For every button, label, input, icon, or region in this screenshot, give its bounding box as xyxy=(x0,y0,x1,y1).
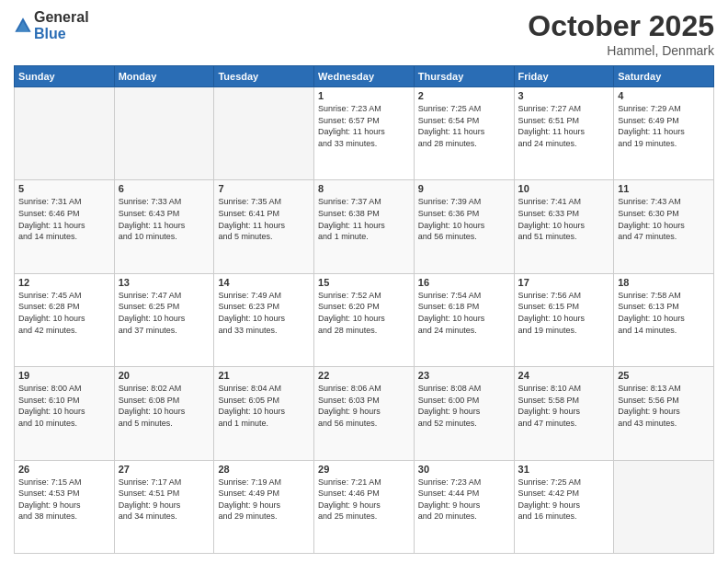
day-info: Sunrise: 7:17 AM Sunset: 4:51 PM Dayligh… xyxy=(119,477,210,523)
calendar-cell: 9Sunrise: 7:39 AM Sunset: 6:36 PM Daylig… xyxy=(414,180,514,273)
day-number: 15 xyxy=(318,277,410,288)
day-number: 29 xyxy=(318,464,410,475)
logo-icon xyxy=(14,17,32,35)
day-number: 6 xyxy=(119,183,210,194)
day-number: 19 xyxy=(18,370,110,381)
day-number: 24 xyxy=(518,370,610,381)
calendar-cell: 7Sunrise: 7:35 AM Sunset: 6:41 PM Daylig… xyxy=(214,180,314,273)
day-number: 8 xyxy=(318,183,410,194)
day-number: 7 xyxy=(218,183,310,194)
calendar-cell xyxy=(214,87,314,180)
calendar-cell: 21Sunrise: 8:04 AM Sunset: 6:05 PM Dayli… xyxy=(214,367,314,460)
calendar-header-sunday: Sunday xyxy=(15,66,115,87)
day-number: 17 xyxy=(518,277,610,288)
calendar-cell: 24Sunrise: 8:10 AM Sunset: 5:58 PM Dayli… xyxy=(514,367,614,460)
calendar-cell xyxy=(114,87,214,180)
day-info: Sunrise: 7:25 AM Sunset: 6:54 PM Dayligh… xyxy=(418,103,510,149)
calendar-cell: 4Sunrise: 7:29 AM Sunset: 6:49 PM Daylig… xyxy=(614,87,714,180)
day-number: 16 xyxy=(418,277,510,288)
day-number: 10 xyxy=(518,183,610,194)
day-info: Sunrise: 7:31 AM Sunset: 6:46 PM Dayligh… xyxy=(18,196,110,242)
day-number: 14 xyxy=(218,277,310,288)
day-info: Sunrise: 7:39 AM Sunset: 6:36 PM Dayligh… xyxy=(418,196,510,242)
calendar-cell: 2Sunrise: 7:25 AM Sunset: 6:54 PM Daylig… xyxy=(414,87,514,180)
day-info: Sunrise: 8:13 AM Sunset: 5:56 PM Dayligh… xyxy=(618,383,710,429)
day-info: Sunrise: 8:02 AM Sunset: 6:08 PM Dayligh… xyxy=(119,383,210,429)
day-info: Sunrise: 8:00 AM Sunset: 6:10 PM Dayligh… xyxy=(18,383,110,429)
day-info: Sunrise: 7:52 AM Sunset: 6:20 PM Dayligh… xyxy=(318,290,410,336)
day-info: Sunrise: 7:49 AM Sunset: 6:23 PM Dayligh… xyxy=(218,290,310,336)
day-number: 18 xyxy=(618,277,710,288)
calendar-cell: 14Sunrise: 7:49 AM Sunset: 6:23 PM Dayli… xyxy=(214,273,314,366)
header: General Blue October 2025 Hammel, Denmar… xyxy=(14,9,714,58)
logo: General Blue xyxy=(14,9,89,41)
day-info: Sunrise: 7:41 AM Sunset: 6:33 PM Dayligh… xyxy=(518,196,610,242)
day-info: Sunrise: 7:33 AM Sunset: 6:43 PM Dayligh… xyxy=(119,196,210,242)
day-number: 28 xyxy=(218,464,310,475)
calendar-cell: 10Sunrise: 7:41 AM Sunset: 6:33 PM Dayli… xyxy=(514,180,614,273)
calendar-cell: 28Sunrise: 7:19 AM Sunset: 4:49 PM Dayli… xyxy=(214,460,314,553)
calendar-cell: 15Sunrise: 7:52 AM Sunset: 6:20 PM Dayli… xyxy=(314,273,415,366)
day-number: 26 xyxy=(18,464,110,475)
day-number: 9 xyxy=(418,183,510,194)
calendar-cell: 26Sunrise: 7:15 AM Sunset: 4:53 PM Dayli… xyxy=(15,460,115,553)
day-number: 11 xyxy=(618,183,710,194)
day-number: 22 xyxy=(318,370,410,381)
day-number: 2 xyxy=(418,90,510,101)
day-info: Sunrise: 7:15 AM Sunset: 4:53 PM Dayligh… xyxy=(18,477,110,523)
calendar-cell: 11Sunrise: 7:43 AM Sunset: 6:30 PM Dayli… xyxy=(614,180,714,273)
day-info: Sunrise: 8:10 AM Sunset: 5:58 PM Dayligh… xyxy=(518,383,610,429)
calendar-week-5: 26Sunrise: 7:15 AM Sunset: 4:53 PM Dayli… xyxy=(15,460,714,553)
day-number: 12 xyxy=(18,277,110,288)
title-area: October 2025 Hammel, Denmark xyxy=(528,9,714,58)
calendar-cell: 31Sunrise: 7:25 AM Sunset: 4:42 PM Dayli… xyxy=(514,460,614,553)
page: General Blue October 2025 Hammel, Denmar… xyxy=(0,0,728,563)
day-info: Sunrise: 8:06 AM Sunset: 6:03 PM Dayligh… xyxy=(318,383,410,429)
day-info: Sunrise: 7:54 AM Sunset: 6:18 PM Dayligh… xyxy=(418,290,510,336)
day-number: 1 xyxy=(318,90,410,101)
calendar-cell: 23Sunrise: 8:08 AM Sunset: 6:00 PM Dayli… xyxy=(414,367,514,460)
day-info: Sunrise: 7:29 AM Sunset: 6:49 PM Dayligh… xyxy=(618,103,710,149)
day-info: Sunrise: 7:25 AM Sunset: 4:42 PM Dayligh… xyxy=(518,477,610,523)
calendar-cell: 25Sunrise: 8:13 AM Sunset: 5:56 PM Dayli… xyxy=(614,367,714,460)
calendar-header-tuesday: Tuesday xyxy=(214,66,314,87)
calendar-cell: 16Sunrise: 7:54 AM Sunset: 6:18 PM Dayli… xyxy=(414,273,514,366)
day-info: Sunrise: 8:04 AM Sunset: 6:05 PM Dayligh… xyxy=(218,383,310,429)
day-info: Sunrise: 7:47 AM Sunset: 6:25 PM Dayligh… xyxy=(119,290,210,336)
calendar-cell: 8Sunrise: 7:37 AM Sunset: 6:38 PM Daylig… xyxy=(314,180,415,273)
calendar-week-1: 1Sunrise: 7:23 AM Sunset: 6:57 PM Daylig… xyxy=(15,87,714,180)
calendar-cell: 12Sunrise: 7:45 AM Sunset: 6:28 PM Dayli… xyxy=(15,273,115,366)
calendar-cell: 30Sunrise: 7:23 AM Sunset: 4:44 PM Dayli… xyxy=(414,460,514,553)
day-info: Sunrise: 7:23 AM Sunset: 4:44 PM Dayligh… xyxy=(418,477,510,523)
day-info: Sunrise: 7:58 AM Sunset: 6:13 PM Dayligh… xyxy=(618,290,710,336)
calendar-cell: 20Sunrise: 8:02 AM Sunset: 6:08 PM Dayli… xyxy=(114,367,214,460)
calendar-cell: 3Sunrise: 7:27 AM Sunset: 6:51 PM Daylig… xyxy=(514,87,614,180)
calendar-cell: 18Sunrise: 7:58 AM Sunset: 6:13 PM Dayli… xyxy=(614,273,714,366)
calendar-cell: 6Sunrise: 7:33 AM Sunset: 6:43 PM Daylig… xyxy=(114,180,214,273)
day-number: 30 xyxy=(418,464,510,475)
calendar-week-2: 5Sunrise: 7:31 AM Sunset: 6:46 PM Daylig… xyxy=(15,180,714,273)
calendar-cell: 29Sunrise: 7:21 AM Sunset: 4:46 PM Dayli… xyxy=(314,460,415,553)
day-number: 25 xyxy=(618,370,710,381)
calendar-header-thursday: Thursday xyxy=(414,66,514,87)
calendar-header-wednesday: Wednesday xyxy=(314,66,415,87)
day-number: 23 xyxy=(418,370,510,381)
calendar-week-4: 19Sunrise: 8:00 AM Sunset: 6:10 PM Dayli… xyxy=(15,367,714,460)
day-info: Sunrise: 7:19 AM Sunset: 4:49 PM Dayligh… xyxy=(218,477,310,523)
calendar: SundayMondayTuesdayWednesdayThursdayFrid… xyxy=(14,65,714,554)
calendar-cell: 22Sunrise: 8:06 AM Sunset: 6:03 PM Dayli… xyxy=(314,367,415,460)
day-info: Sunrise: 7:21 AM Sunset: 4:46 PM Dayligh… xyxy=(318,477,410,523)
day-number: 27 xyxy=(119,464,210,475)
calendar-cell: 27Sunrise: 7:17 AM Sunset: 4:51 PM Dayli… xyxy=(114,460,214,553)
day-info: Sunrise: 7:37 AM Sunset: 6:38 PM Dayligh… xyxy=(318,196,410,242)
day-info: Sunrise: 7:45 AM Sunset: 6:28 PM Dayligh… xyxy=(18,290,110,336)
day-number: 20 xyxy=(119,370,210,381)
location: Hammel, Denmark xyxy=(528,43,714,58)
calendar-week-3: 12Sunrise: 7:45 AM Sunset: 6:28 PM Dayli… xyxy=(15,273,714,366)
day-info: Sunrise: 7:35 AM Sunset: 6:41 PM Dayligh… xyxy=(218,196,310,242)
calendar-header-monday: Monday xyxy=(114,66,214,87)
calendar-cell xyxy=(15,87,115,180)
logo-general-text: General xyxy=(34,9,89,26)
calendar-cell: 13Sunrise: 7:47 AM Sunset: 6:25 PM Dayli… xyxy=(114,273,214,366)
day-number: 21 xyxy=(218,370,310,381)
